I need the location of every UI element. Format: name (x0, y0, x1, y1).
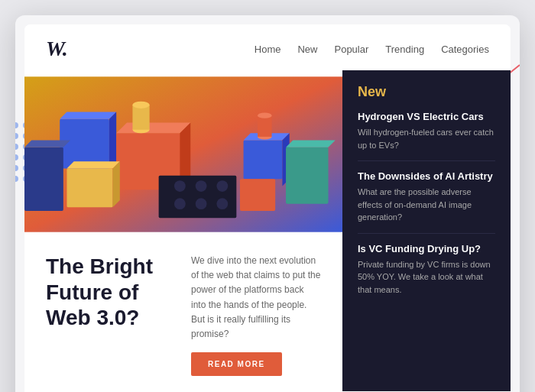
sidebar-article-3-desc: Private funding by VC firms is down 50% … (358, 258, 495, 296)
nav-item-home[interactable]: Home (255, 42, 281, 56)
nav-link-popular[interactable]: Popular (334, 44, 368, 55)
sidebar-article-2-desc: What are the possible adverse effects of… (358, 186, 495, 224)
browser-window: ⌐ W. Home New Popular Trending Categorie… (15, 15, 520, 392)
svg-point-14 (174, 198, 186, 209)
svg-marker-28 (286, 141, 336, 147)
hero-title-area: The Bright Future of Web 3.0? (46, 254, 176, 376)
sidebar-new: New Hydrogen VS Electric Cars Will hydro… (342, 70, 511, 391)
svg-marker-9 (113, 161, 120, 207)
svg-marker-30 (24, 141, 70, 147)
nav-link-categories[interactable]: Categories (441, 44, 489, 55)
sidebar-article-3-title: Is VC Funding Drying Up? (358, 243, 495, 254)
hero-illustration (24, 70, 342, 238)
nav-link-trending[interactable]: Trending (385, 44, 424, 55)
svg-rect-7 (66, 168, 112, 207)
main-layout: The Bright Future of Web 3.0? We dive in… (24, 70, 511, 391)
svg-point-26 (258, 112, 271, 118)
svg-rect-27 (286, 147, 328, 204)
sidebar-article-1-title: Hydrogen VS Electric Cars (358, 111, 495, 122)
sidebar-article-1[interactable]: Hydrogen VS Electric Cars Will hydrogen-… (358, 111, 495, 161)
nav-item-new[interactable]: New (297, 42, 317, 56)
sidebar-article-3[interactable]: Is VC Funding Drying Up? Private funding… (358, 243, 495, 306)
sidebar-article-1-desc: Will hydrogen-fueled cars ever catch up … (358, 126, 495, 151)
hero-title: The Bright Future of Web 3.0? (46, 254, 176, 331)
hero-bottom: The Bright Future of Web 3.0? We dive in… (24, 238, 342, 391)
nav-links: Home New Popular Trending Categories (255, 42, 489, 56)
svg-marker-8 (66, 161, 119, 168)
navigation: W. Home New Popular Trending Categories (24, 24, 511, 70)
hero-desc-area: We dive into the next evolution of the w… (191, 254, 321, 376)
hero-section: The Bright Future of Web 3.0? We dive in… (24, 70, 342, 391)
sidebar-article-2[interactable]: The Downsides of AI Artistry What are th… (358, 170, 495, 234)
read-more-button[interactable]: READ MORE (191, 352, 282, 376)
svg-rect-17 (244, 141, 283, 180)
svg-marker-3 (109, 112, 116, 169)
sidebar-section-label: New (358, 84, 495, 100)
nav-link-new[interactable]: New (297, 44, 317, 55)
logo: W. (46, 37, 67, 61)
nav-item-trending[interactable]: Trending (385, 42, 424, 56)
svg-rect-25 (258, 115, 271, 137)
svg-marker-5 (116, 122, 190, 133)
nav-item-categories[interactable]: Categories (441, 42, 489, 56)
sidebar-article-2-title: The Downsides of AI Artistry (358, 170, 495, 182)
svg-rect-1 (60, 119, 109, 169)
svg-point-13 (216, 180, 228, 192)
page-content: W. Home New Popular Trending Categories (24, 24, 511, 392)
svg-point-15 (196, 198, 207, 209)
nav-item-popular[interactable]: Popular (334, 42, 368, 56)
svg-rect-29 (24, 147, 63, 211)
hero-image (24, 70, 342, 238)
svg-marker-2 (60, 112, 116, 119)
nav-link-home[interactable]: Home (255, 44, 281, 55)
svg-point-16 (216, 198, 228, 209)
svg-rect-20 (240, 179, 275, 211)
hero-description: We dive into the next evolution of the w… (191, 254, 321, 342)
svg-point-23 (132, 102, 149, 109)
svg-rect-22 (132, 105, 149, 129)
svg-point-12 (196, 180, 207, 192)
svg-point-11 (174, 180, 186, 192)
